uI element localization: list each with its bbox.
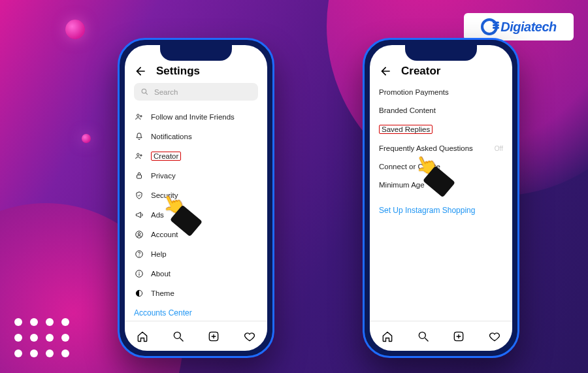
settings-item-label: Privacy (151, 172, 176, 180)
phone-screen: Creator Promotion Payments Branded Conte… (370, 45, 512, 351)
person-plus-icon (134, 112, 144, 122)
svg-point-0 (142, 89, 146, 93)
page-title: Creator (401, 65, 440, 78)
nav-activity-icon[interactable] (488, 330, 501, 343)
orb-deco (65, 20, 85, 39)
phone-notch (160, 45, 232, 61)
theme-icon (134, 289, 144, 298)
bottom-nav (125, 321, 267, 351)
svg-point-3 (137, 154, 140, 156)
settings-item-label: Notifications (151, 133, 192, 140)
bottom-nav (370, 321, 512, 351)
account-icon (134, 230, 144, 239)
accounts-center-link[interactable]: Accounts Center (134, 303, 258, 321)
list-item-label: Frequently Asked Questions (379, 144, 473, 152)
phone-notch (405, 45, 477, 61)
svg-point-8 (139, 255, 139, 256)
creator-item-saved-replies[interactable]: Saved Replies (379, 120, 503, 139)
search-input[interactable]: Search (134, 83, 258, 101)
back-icon[interactable] (134, 65, 147, 78)
settings-item-label: About (151, 270, 171, 278)
search-icon (140, 88, 149, 96)
settings-item-account[interactable]: Account (134, 225, 258, 244)
brand-name: Digiatech (500, 20, 557, 35)
settings-item-ads[interactable]: Ads (134, 205, 258, 225)
settings-item-security[interactable]: Security (134, 186, 258, 205)
settings-content: Search Follow and Invite Friends Notific… (125, 83, 267, 321)
nav-activity-icon[interactable] (243, 330, 256, 343)
settings-item-follow[interactable]: Follow and Invite Friends (134, 107, 258, 127)
dot-grid-deco (14, 318, 71, 359)
bell-icon (134, 132, 144, 141)
settings-item-label: Ads (151, 211, 164, 219)
info-icon (134, 269, 144, 278)
brand-logo: Digiatech (464, 13, 574, 41)
nav-home-icon[interactable] (136, 330, 149, 343)
list-item-label: Connect or Create (379, 163, 440, 170)
svg-rect-4 (137, 175, 142, 178)
nav-home-icon[interactable] (381, 330, 394, 343)
svg-line-13 (180, 338, 183, 341)
settings-item-help[interactable]: Help (134, 244, 258, 264)
creator-item-connect[interactable]: Connect or Create (379, 157, 503, 176)
creator-content: Promotion Payments Branded Content Saved… (370, 83, 512, 321)
page-title: Settings (156, 65, 200, 78)
list-item-label-highlighted: Saved Replies (379, 125, 433, 134)
search-placeholder: Search (154, 88, 178, 96)
list-item-label: Promotion Payments (379, 88, 449, 96)
nav-search-icon[interactable] (417, 330, 430, 343)
creator-item-min-age[interactable]: Minimum Age (379, 176, 503, 194)
svg-point-6 (138, 233, 140, 235)
back-icon[interactable] (379, 65, 392, 78)
orb-deco (82, 134, 91, 143)
phone-mockup-settings: Settings Search Follow and Invite Friend… (118, 38, 274, 358)
settings-item-label: Theme (151, 289, 174, 297)
shield-icon (134, 191, 144, 200)
svg-point-12 (174, 332, 180, 338)
nav-search-icon[interactable] (172, 330, 185, 343)
settings-item-label: Follow and Invite Friends (151, 113, 235, 121)
person-plus-icon (134, 152, 144, 161)
list-item-label: Branded Content (379, 106, 436, 114)
help-icon (134, 250, 144, 259)
settings-item-about[interactable]: About (134, 264, 258, 284)
settings-item-label: Account (151, 231, 178, 238)
nav-add-icon[interactable] (452, 330, 465, 343)
svg-line-1 (146, 93, 148, 95)
creator-item-promotion[interactable]: Promotion Payments (379, 83, 503, 101)
settings-item-creator[interactable]: Creator (134, 146, 258, 166)
settings-item-notifications[interactable]: Notifications (134, 127, 258, 146)
creator-item-faq[interactable]: Frequently Asked Questions Off (379, 139, 503, 157)
brand-logo-mark (481, 18, 498, 35)
svg-point-10 (139, 272, 139, 272)
settings-item-label-highlighted: Creator (151, 152, 181, 161)
svg-point-15 (419, 332, 425, 338)
faq-status: Off (495, 145, 503, 152)
settings-item-label: Security (151, 191, 178, 199)
nav-add-icon[interactable] (207, 330, 220, 343)
setup-shopping-link[interactable]: Set Up Instagram Shopping (379, 201, 503, 220)
lock-icon (134, 171, 144, 180)
megaphone-icon (134, 210, 144, 219)
settings-item-theme[interactable]: Theme (134, 284, 258, 303)
list-item-label: Minimum Age (379, 181, 425, 189)
settings-item-privacy[interactable]: Privacy (134, 166, 258, 186)
phone-screen: Settings Search Follow and Invite Friend… (125, 45, 267, 351)
creator-item-branded[interactable]: Branded Content (379, 101, 503, 120)
svg-point-2 (137, 114, 140, 117)
phone-mockup-creator: Creator Promotion Payments Branded Conte… (363, 38, 519, 358)
svg-line-16 (425, 338, 428, 341)
settings-item-label: Help (151, 250, 167, 258)
